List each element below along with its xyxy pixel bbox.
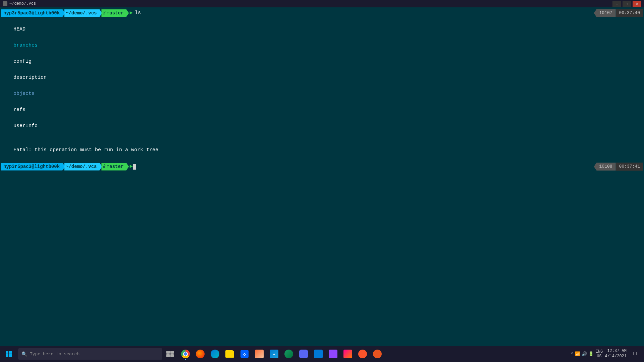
prompt-command-1: ls xyxy=(135,9,141,17)
branch-name-1: master xyxy=(107,10,123,17)
firefox-icon xyxy=(196,350,205,358)
taskbar-app-files[interactable] xyxy=(223,347,237,361)
svg-rect-1 xyxy=(9,351,12,354)
svg-rect-5 xyxy=(170,351,174,354)
taskbar-search-box[interactable]: 🔍 Type here to search xyxy=(18,348,162,360)
notification-button[interactable]: □ xyxy=(630,349,640,359)
output-line-2: Fatal: this operation must be run in a w… xyxy=(1,138,643,162)
window-title: ~/demo/.vcs xyxy=(9,1,36,6)
mail-icon xyxy=(314,350,323,358)
deezer-icon xyxy=(343,350,352,358)
taskbar-app-ubuntu[interactable] xyxy=(370,347,384,361)
terminal[interactable]: hyp3r5pac3@lightb00k ~/demo/.vcs ☧ maste… xyxy=(0,7,644,328)
prompt-git-2: ☧ master xyxy=(101,163,129,171)
taskbar-app-gitkraken[interactable] xyxy=(282,347,296,361)
edge-icon xyxy=(211,350,219,358)
prompt-arrow-2: ► xyxy=(129,163,133,171)
prompt-1: hyp3r5pac3@lightb00k ~/demo/.vcs ☧ maste… xyxy=(1,9,141,17)
taskbar-app-firefox[interactable] xyxy=(193,347,207,361)
taskbar-app-brave[interactable] xyxy=(356,347,370,361)
close-button[interactable]: ✕ xyxy=(633,1,641,7)
counter-time-1: 00:37:40 xyxy=(616,9,643,17)
taskbar-app-dropbox[interactable]: ◇ xyxy=(237,347,252,361)
taskbar-system-tray: ⌃ 📶 🔊 🔋 ENGUS 12:37 AM 4/14/2021 □ xyxy=(571,349,643,359)
gitkraken-icon xyxy=(284,350,293,358)
prompt-2: hyp3r5pac3@lightb00k ~/demo/.vcs ☧ maste… xyxy=(1,163,136,171)
out-description: description xyxy=(13,75,47,80)
taskbar-app-chrome[interactable] xyxy=(178,347,193,361)
fatal-message: Fatal: this operation must be run in a w… xyxy=(13,147,158,153)
out-refs: refs xyxy=(13,107,25,113)
taskbar-app-discord[interactable] xyxy=(297,347,311,361)
terminal-icon xyxy=(3,1,7,6)
dropbox-icon: ◇ xyxy=(240,350,249,358)
line-counter-2: 10108 00:37:41 xyxy=(594,163,643,171)
svg-rect-3 xyxy=(9,354,12,357)
svg-rect-7 xyxy=(170,354,174,357)
out-userinfo: userInfo xyxy=(13,123,38,129)
discord-icon xyxy=(299,350,308,358)
git-icon-2: ☧ xyxy=(103,163,105,170)
files-icon xyxy=(225,350,234,358)
taskbar-app-vscode[interactable]: ✦ xyxy=(267,347,281,361)
prompt-user-1: hyp3r5pac3@lightb00k xyxy=(1,9,65,17)
sublime-icon xyxy=(255,350,264,358)
prompt-user-2: hyp3r5pac3@lightb00k xyxy=(1,163,65,171)
windows-icon xyxy=(5,351,12,357)
out-branches: branches xyxy=(13,43,38,48)
task-view-icon xyxy=(166,351,174,357)
line-counter-1: 10107 00:37:40 xyxy=(594,9,643,17)
task-view-button[interactable] xyxy=(164,348,176,360)
tray-chevron-icon[interactable]: ⌃ xyxy=(571,351,574,357)
prompt-line-2: hyp3r5pac3@lightb00k ~/demo/.vcs ☧ maste… xyxy=(1,162,643,171)
brave-icon xyxy=(358,350,367,358)
clock[interactable]: 12:37 AM 4/14/2021 xyxy=(605,349,627,359)
tray-icons: ⌃ 📶 🔊 🔋 xyxy=(571,351,594,357)
counter-time-2: 00:37:41 xyxy=(616,163,643,171)
language-indicator[interactable]: ENGUS xyxy=(596,349,603,359)
svg-rect-6 xyxy=(166,354,170,357)
prompt-path-1: ~/demo/.vcs xyxy=(64,9,102,17)
chrome-icon xyxy=(181,350,190,358)
start-button[interactable] xyxy=(1,347,16,361)
battery-icon[interactable]: 🔋 xyxy=(588,351,594,357)
taskbar: 🔍 Type here to search ◇ xyxy=(0,346,644,362)
window-controls: – □ ✕ xyxy=(612,1,641,7)
clock-date: 4/14/2021 xyxy=(605,354,627,359)
title-bar: ~/demo/.vcs – □ ✕ xyxy=(0,0,644,7)
clock-time: 12:37 AM xyxy=(605,349,627,354)
out-objects: objects xyxy=(13,91,35,97)
terminal-cursor xyxy=(133,164,136,170)
prompt-line-1: hyp3r5pac3@lightb00k ~/demo/.vcs ☧ maste… xyxy=(1,9,643,17)
title-bar-left: ~/demo/.vcs xyxy=(3,1,36,6)
app-active-dot xyxy=(185,359,186,360)
svg-rect-2 xyxy=(6,354,8,357)
taskbar-apps: ◇ ✦ xyxy=(178,347,384,361)
taskbar-app-mail[interactable] xyxy=(311,347,325,361)
twitch-icon xyxy=(329,350,337,358)
taskbar-app-sublime[interactable] xyxy=(252,347,266,361)
git-icon: ☧ xyxy=(103,10,105,17)
prompt-arrow-1: ► xyxy=(129,9,133,17)
counter-num-2: 10108 xyxy=(594,163,616,171)
volume-icon[interactable]: 🔊 xyxy=(582,351,587,357)
taskbar-app-twitch[interactable] xyxy=(326,347,340,361)
out-head: HEAD xyxy=(13,26,25,32)
minimize-button[interactable]: – xyxy=(612,1,621,7)
search-icon: 🔍 xyxy=(21,351,27,357)
out-config: config xyxy=(13,59,32,64)
taskbar-app-edge[interactable] xyxy=(208,347,222,361)
notification-icon: □ xyxy=(633,351,637,357)
branch-name-2: master xyxy=(107,163,123,170)
lang-text: ENGUS xyxy=(596,349,603,359)
output-line-1: HEAD branches config description objects… xyxy=(1,17,643,138)
taskbar-app-deezer[interactable] xyxy=(341,347,355,361)
svg-rect-4 xyxy=(166,351,170,354)
prompt-path-2: ~/demo/.vcs xyxy=(64,163,102,171)
vscode-icon: ✦ xyxy=(270,350,278,358)
svg-rect-0 xyxy=(6,351,8,354)
network-icon[interactable]: 📶 xyxy=(575,351,580,357)
search-placeholder: Type here to search xyxy=(30,352,79,357)
counter-num-1: 10107 xyxy=(594,9,616,17)
maximize-button[interactable]: □ xyxy=(623,1,631,7)
